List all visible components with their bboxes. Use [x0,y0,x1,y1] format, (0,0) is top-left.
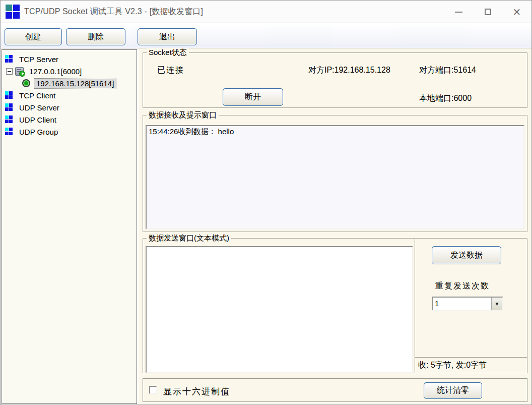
socket-type-icon [5,103,13,111]
tree-item-label: UDP Server [17,103,61,112]
delete-button[interactable]: 删除 [66,28,125,45]
title-bar: TCP/UDP Socket 调试工具 V2.3 - [数据收发窗口] ✕ [1,1,531,23]
local-port-label: 本地端口:6000 [419,93,472,104]
collapse-icon[interactable] [6,68,13,75]
socket-status-title: Socket状态 [147,48,189,57]
send-group-title: 数据发送窗口(文本模式) [147,234,231,243]
maximize-icon [485,9,491,15]
tree-item-label: UDP Client [17,115,58,125]
tree-item-label: UDP Group [17,127,60,137]
tree-item-udp-client[interactable]: UDP Client [2,113,137,126]
tree-item-label: TCP Server [17,54,60,64]
chevron-down-icon[interactable]: ▼ [491,298,502,310]
tree-item-udp-group[interactable]: UDP Group [2,126,137,138]
send-group: 数据发送窗口(文本模式) 发送数据 重复发送次数 1 ▼ 收: 5字节, 发:0… [143,238,527,373]
receive-group: 数据接收及提示窗口 15:44:26收到数据： hello [143,115,527,232]
repeat-count-combobox[interactable]: 1 ▼ [432,297,503,311]
close-icon: ✕ [513,7,521,17]
peer-port-label: 对方端口:51614 [419,65,476,76]
window-title: TCP/UDP Socket 调试工具 V2.3 - [数据收发窗口] [24,7,203,17]
repeat-count-label: 重复发送次数 [435,281,490,292]
socket-type-icon [5,128,13,136]
tree-item-client-connection[interactable]: 192.168.15.128[51614] [2,77,137,89]
socket-type-icon [5,115,13,124]
peer-ip-label: 对方IP:192.168.15.128 [308,65,390,76]
tree-item-server-127[interactable]: 127.0.0.1[6000] [2,65,137,77]
minimize-icon [455,12,462,13]
connection-state-label: 已连接 [157,65,184,76]
send-input[interactable] [146,246,413,373]
tree-item-label: TCP Client [17,91,57,100]
close-button[interactable]: ✕ [502,1,531,23]
byte-stats-label: 收: 5字节, 发:0字节 [418,360,487,371]
data-exchange-panel: Socket状态 已连接 对方IP:192.168.15.128 对方端口:51… [139,48,531,404]
app-logo-icon [6,5,20,19]
socket-type-icon [5,91,13,99]
exit-button[interactable]: 退出 [138,28,197,45]
receive-group-title: 数据接收及提示窗口 [147,110,219,120]
tree-item-udp-server[interactable]: UDP Server [2,101,137,113]
options-panel: 显示十六进制值 统计清零 [143,378,527,402]
toolbar: 创建 删除 退出 [1,24,531,48]
tree-item-tcp-client[interactable]: TCP Client [2,89,137,101]
tree-item-label: 192.168.15.128[51614] [34,79,116,88]
disconnect-button[interactable]: 断开 [223,88,283,106]
hex-display-label: 显示十六进制值 [163,386,230,397]
server-running-icon [15,67,24,76]
divider [415,357,527,358]
tree-item-label: 127.0.0.1[6000] [27,67,84,76]
send-data-button[interactable]: 发送数据 [432,246,501,264]
clear-stats-button[interactable]: 统计清零 [424,382,482,399]
connection-tree: TCP Server 127.0.0.1[6000] 192.168.15.12… [2,49,137,404]
hex-display-checkbox[interactable] [149,386,157,394]
socket-status-group: Socket状态 已连接 对方IP:192.168.15.128 对方端口:51… [143,52,527,108]
tree-item-tcp-server[interactable]: TCP Server [2,53,137,65]
maximize-button[interactable] [473,1,502,23]
create-button[interactable]: 创建 [5,28,62,45]
socket-type-icon [5,55,13,63]
receive-log[interactable]: 15:44:26收到数据： hello [146,125,524,229]
minimize-button[interactable] [444,1,473,23]
repeat-count-value: 1 [433,298,491,310]
connected-socket-icon [22,79,30,87]
divider [415,239,415,373]
